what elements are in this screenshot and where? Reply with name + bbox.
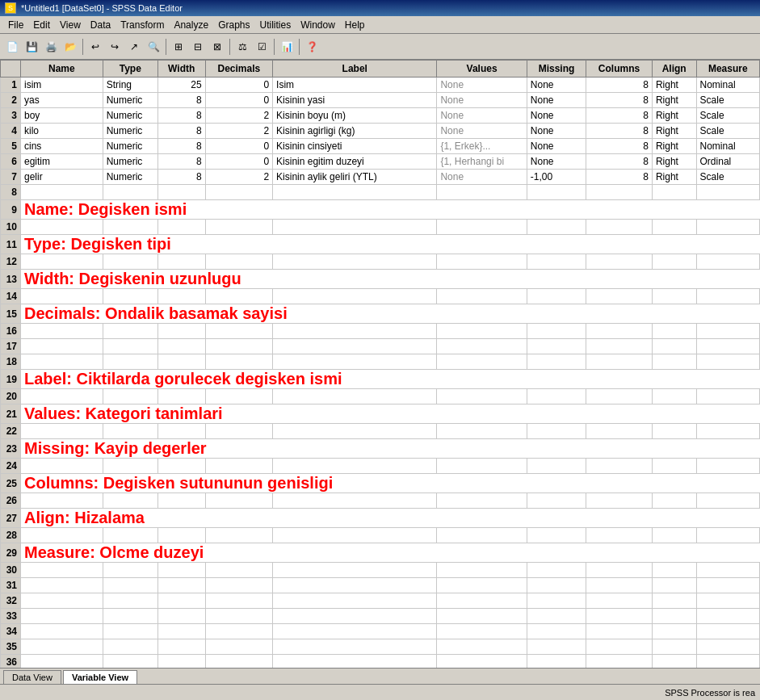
cell-values[interactable]: {1, Erkek}... [437,139,527,154]
cell-empty[interactable] [652,220,696,235]
cell-type[interactable]: Numeric [103,154,157,170]
insert-var-btn[interactable]: ⊟ [189,38,207,56]
cell-type[interactable]: Numeric [103,170,157,185]
recall-btn[interactable]: 📂 [61,38,79,56]
cell-empty[interactable] [205,563,272,578]
cell-columns[interactable]: 8 [586,139,653,154]
cell-empty[interactable] [527,324,586,339]
table-row[interactable]: 2 yas Numeric 8 0 Kisinin yasi None None… [1,93,760,108]
cell-empty[interactable] [205,624,272,639]
cell-empty[interactable] [205,609,272,624]
cell-empty[interactable] [696,609,759,624]
cell-empty[interactable] [652,639,696,655]
cell-missing[interactable] [527,185,586,200]
cell-empty[interactable] [437,354,527,370]
cell-empty[interactable] [157,254,205,270]
cell-width[interactable] [157,185,205,200]
cell-align[interactable]: Right [652,93,696,108]
table-row[interactable]: 7 gelir Numeric 8 2 Kisinin aylik geliri… [1,170,760,185]
menu-item-analyze[interactable]: Analyze [169,18,213,32]
cell-empty[interactable] [586,639,653,655]
cell-empty[interactable] [527,593,586,609]
data-view-tab[interactable]: Data View [3,670,61,684]
cell-empty[interactable] [103,220,157,235]
cell-empty[interactable] [21,563,103,578]
weight-btn[interactable]: ⚖ [233,38,251,56]
cell-empty[interactable] [157,563,205,578]
cell-empty[interactable] [205,339,272,354]
cell-values[interactable]: None [437,124,527,139]
cell-empty[interactable] [273,624,437,639]
cell-align[interactable]: Right [652,139,696,154]
cell-empty[interactable] [273,563,437,578]
cell-name[interactable]: cins [21,139,103,154]
cell-empty[interactable] [21,339,103,354]
menu-item-window[interactable]: Window [296,18,340,32]
cell-empty[interactable] [273,220,437,235]
cell-columns[interactable] [586,185,653,200]
cell-empty[interactable] [437,389,527,404]
cell-empty[interactable] [652,593,696,609]
menu-item-graphs[interactable]: Graphs [213,18,254,32]
cell-label[interactable]: Kisinin cinsiyeti [273,139,437,154]
cell-empty[interactable] [586,578,653,593]
cell-empty[interactable] [586,624,653,639]
cell-empty[interactable] [273,639,437,655]
cell-empty[interactable] [21,220,103,235]
cell-measure[interactable]: Ordinal [696,154,759,170]
cell-empty[interactable] [586,254,653,270]
cell-empty[interactable] [21,639,103,655]
cell-empty[interactable] [157,639,205,655]
cell-empty[interactable] [696,493,759,509]
cell-empty[interactable] [696,593,759,609]
cell-empty[interactable] [157,493,205,509]
cell-empty[interactable] [205,459,272,474]
cell-empty[interactable] [103,324,157,339]
cell-columns[interactable]: 8 [586,124,653,139]
cell-name[interactable]: gelir [21,170,103,185]
cell-align[interactable]: Right [652,78,696,93]
cell-empty[interactable] [696,289,759,304]
cell-label[interactable] [273,185,437,200]
cell-empty[interactable] [205,389,272,404]
cell-empty[interactable] [696,624,759,639]
cell-empty[interactable] [437,624,527,639]
cell-missing[interactable]: None [527,93,586,108]
cell-empty[interactable] [205,254,272,270]
cell-empty[interactable] [205,493,272,509]
cell-empty[interactable] [103,593,157,609]
cell-missing[interactable]: None [527,108,586,124]
cell-missing[interactable]: -1,00 [527,170,586,185]
cell-empty[interactable] [527,459,586,474]
cell-empty[interactable] [527,220,586,235]
cell-empty[interactable] [21,459,103,474]
cell-empty[interactable] [696,324,759,339]
cell-empty[interactable] [652,389,696,404]
cell-label[interactable]: Kisinin agirligi (kg) [273,124,437,139]
cell-decimals[interactable]: 0 [205,139,272,154]
cell-name[interactable]: kilo [21,124,103,139]
cell-values[interactable]: None [437,93,527,108]
select-btn[interactable]: ☑ [253,38,271,56]
col-missing-header[interactable]: Missing [527,61,586,78]
cell-empty[interactable] [652,459,696,474]
cell-empty[interactable] [157,389,205,404]
cell-decimals[interactable] [205,185,272,200]
cell-empty[interactable] [696,220,759,235]
cell-empty[interactable] [205,639,272,655]
cell-empty[interactable] [696,424,759,439]
cell-empty[interactable] [586,528,653,543]
cell-empty[interactable] [437,493,527,509]
cell-empty[interactable] [205,578,272,593]
cell-empty[interactable] [103,493,157,509]
cell-empty[interactable] [21,389,103,404]
menu-item-file[interactable]: File [3,18,28,32]
cell-measure[interactable] [696,185,759,200]
cell-empty[interactable] [21,593,103,609]
cell-empty[interactable] [157,578,205,593]
cell-empty[interactable] [652,324,696,339]
cell-empty[interactable] [157,220,205,235]
cell-label[interactable]: Kisinin boyu (m) [273,108,437,124]
cell-empty[interactable] [21,424,103,439]
cell-missing[interactable]: None [527,139,586,154]
